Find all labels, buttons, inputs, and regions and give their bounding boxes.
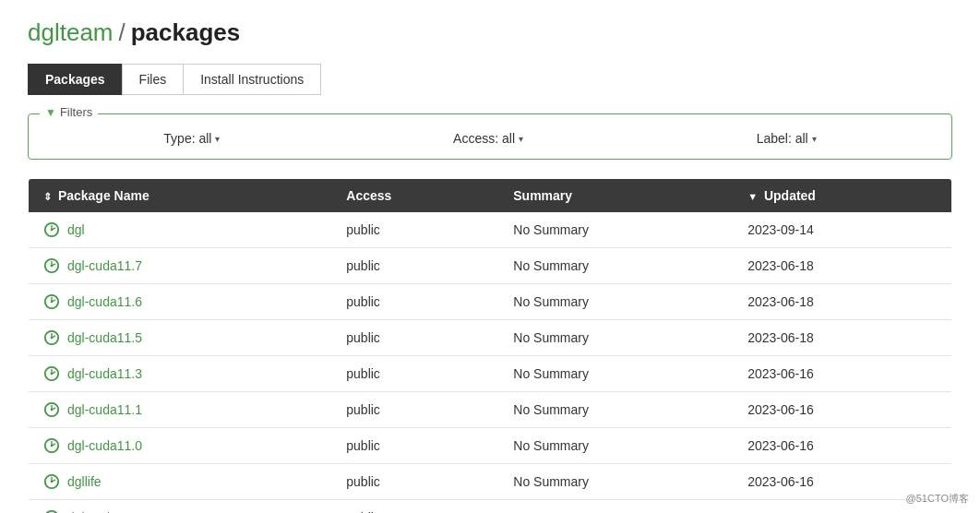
svg-point-7 <box>51 337 54 340</box>
filter-label[interactable]: Label: all ▾ <box>757 131 817 146</box>
cell-summary: No Summary <box>498 464 733 500</box>
tab-install-instructions[interactable]: Install Instructions <box>183 64 321 95</box>
package-icon <box>43 437 60 454</box>
sort-icon-name: ⇕ <box>43 191 52 202</box>
cell-summary: No Summary <box>498 392 733 428</box>
filter-label-chevron: ▾ <box>812 134 817 144</box>
col-updated[interactable]: ▼ Updated <box>733 179 951 213</box>
svg-point-9 <box>51 373 54 376</box>
cell-updated: 2023-06-18 <box>733 284 951 320</box>
col-summary: Summary <box>498 179 733 213</box>
svg-point-3 <box>51 265 54 268</box>
cell-name: dgl-cuda11.5 <box>29 320 332 356</box>
filters-legend: ▼ Filters <box>40 105 98 119</box>
package-icon <box>43 221 60 238</box>
table-row: dgl-cuda11.7 publicNo Summary2023-06-18 <box>29 248 952 284</box>
package-link[interactable]: dgl-cuda11.6 <box>67 294 142 309</box>
tab-files[interactable]: Files <box>122 64 185 95</box>
filter-icon: ▼ <box>45 106 56 119</box>
table-row: dgl-cuda11.6 publicNo Summary2023-06-18 <box>29 284 952 320</box>
packages-table: ⇕ Package Name Access Summary ▼ Updated <box>28 178 952 513</box>
cell-access: public <box>331 464 498 500</box>
table-header-row: ⇕ Package Name Access Summary ▼ Updated <box>29 179 952 213</box>
cell-name: dgl-cuda11.6 <box>29 284 332 320</box>
header-slash: / <box>119 18 125 47</box>
cell-name: dgl-cuda11.0 <box>29 428 332 464</box>
cell-summary: No Summary <box>498 212 733 248</box>
package-icon <box>43 329 60 346</box>
filter-type-label: Type: all <box>163 131 211 146</box>
filter-label-label: Label: all <box>757 131 808 146</box>
cell-updated: 2023-06-16 <box>733 356 951 392</box>
package-link[interactable]: dgl-cuda11.7 <box>67 258 142 273</box>
cell-access: public <box>331 500 498 514</box>
cell-name: dgl-cuda11.7 <box>29 248 332 284</box>
package-icon <box>43 509 60 513</box>
cell-summary: No Summary <box>498 320 733 356</box>
package-icon <box>43 365 60 382</box>
cell-summary: No Summary <box>498 500 733 514</box>
package-link[interactable]: dgl-cuda11.0 <box>67 438 142 453</box>
cell-updated: 2023-06-16 <box>733 428 951 464</box>
filter-access-chevron: ▾ <box>519 134 523 144</box>
filters-section: ▼ Filters Type: all ▾ Access: all ▾ Labe… <box>28 113 952 160</box>
table-row: dgl publicNo Summary2023-09-14 <box>29 212 952 248</box>
cell-updated: 2023-06-18 <box>733 320 951 356</box>
package-icon <box>43 401 60 418</box>
svg-point-11 <box>51 409 54 412</box>
table-body: dgl publicNo Summary2023-09-14 dgl-cuda1… <box>29 212 952 513</box>
svg-point-5 <box>51 301 54 304</box>
page-header: dglteam / packages <box>28 18 952 47</box>
cell-name: dgl <box>29 212 332 248</box>
package-link[interactable]: dgl-cuda11.5 <box>67 330 142 345</box>
cell-access: public <box>331 428 498 464</box>
cell-name: dgl-cuda11.3 <box>29 356 332 392</box>
cell-access: public <box>331 356 498 392</box>
watermark: @51CTO博客 <box>906 492 969 506</box>
table-row: dgl-cuda10.2 publicNo Summary2023-06-16 <box>29 500 952 514</box>
cell-access: public <box>331 284 498 320</box>
repo-name: packages <box>131 18 241 47</box>
tab-bar: Packages Files Install Instructions <box>28 64 952 95</box>
table-row: dgl-cuda11.5 publicNo Summary2023-06-18 <box>29 320 952 356</box>
cell-access: public <box>331 212 498 248</box>
filters-row: Type: all ▾ Access: all ▾ Label: all ▾ <box>47 127 933 146</box>
table-row: dgl-cuda11.0 publicNo Summary2023-06-16 <box>29 428 952 464</box>
package-link[interactable]: dgl-cuda11.1 <box>67 402 142 417</box>
cell-updated: 2023-06-16 <box>733 392 951 428</box>
svg-point-15 <box>51 481 54 483</box>
svg-point-13 <box>51 445 54 447</box>
cell-summary: No Summary <box>498 356 733 392</box>
package-icon <box>43 293 60 310</box>
svg-point-1 <box>51 229 54 232</box>
cell-access: public <box>331 248 498 284</box>
sort-icon-updated: ▼ <box>747 191 758 202</box>
filter-type[interactable]: Type: all ▾ <box>163 131 220 146</box>
cell-name: dgllife <box>29 464 332 500</box>
cell-updated: 2023-09-14 <box>733 212 951 248</box>
cell-summary: No Summary <box>498 284 733 320</box>
filters-label: Filters <box>60 105 92 119</box>
cell-name: dgl-cuda10.2 <box>29 500 332 514</box>
col-access: Access <box>331 179 498 213</box>
table-row: dgllife publicNo Summary2023-06-16 <box>29 464 952 500</box>
cell-summary: No Summary <box>498 428 733 464</box>
tab-packages[interactable]: Packages <box>28 64 123 95</box>
package-link[interactable]: dgl-cuda11.3 <box>67 366 142 381</box>
table-row: dgl-cuda11.1 publicNo Summary2023-06-16 <box>29 392 952 428</box>
col-name[interactable]: ⇕ Package Name <box>29 179 332 213</box>
org-name[interactable]: dglteam <box>28 18 114 47</box>
cell-updated: 2023-06-18 <box>733 248 951 284</box>
table-row: dgl-cuda11.3 publicNo Summary2023-06-16 <box>29 356 952 392</box>
cell-summary: No Summary <box>498 248 733 284</box>
cell-name: dgl-cuda11.1 <box>29 392 332 428</box>
package-icon <box>43 473 60 490</box>
table-header: ⇕ Package Name Access Summary ▼ Updated <box>29 179 952 213</box>
filter-access-label: Access: all <box>453 131 515 146</box>
cell-access: public <box>331 320 498 356</box>
filter-type-chevron: ▾ <box>215 134 220 144</box>
package-link[interactable]: dgl <box>67 222 85 237</box>
package-icon <box>43 257 60 274</box>
filter-access[interactable]: Access: all ▾ <box>453 131 523 146</box>
package-link[interactable]: dgllife <box>67 474 102 489</box>
